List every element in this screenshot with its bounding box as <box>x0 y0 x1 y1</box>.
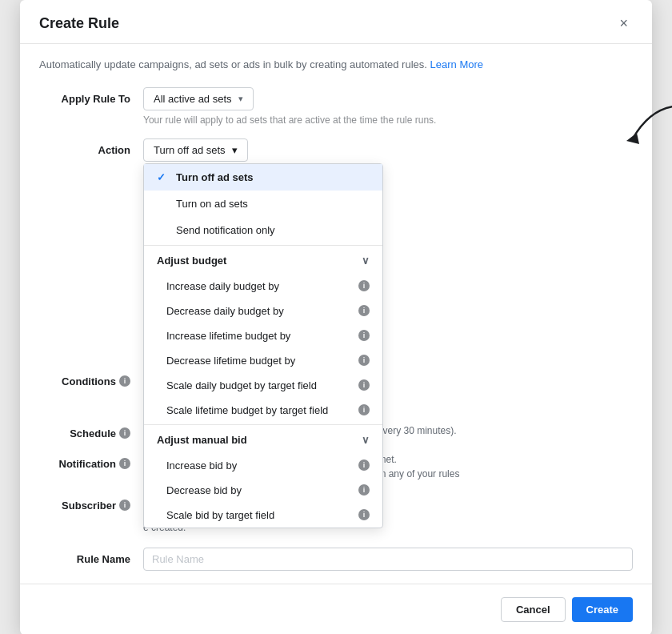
menu-item-turn-off[interactable]: ✓ Turn off ad sets <box>144 164 382 191</box>
action-row: Action Turn off ad sets ▾ ✓ Turn <box>39 138 633 162</box>
action-dropdown-menu: ✓ Turn off ad sets Turn on ad sets Send … <box>143 163 383 528</box>
info-icon-decrease-lifetime: i <box>358 355 370 366</box>
menu-item-send-notification[interactable]: Send notification only <box>144 217 382 243</box>
modal-title: Create Rule <box>39 15 119 32</box>
menu-item-increase-bid[interactable]: Increase bid by i <box>144 453 382 478</box>
close-button[interactable]: × <box>614 14 633 32</box>
cancel-button[interactable]: Cancel <box>501 597 566 622</box>
conditions-info-icon: i <box>119 375 130 387</box>
subscriber-label: Subscriber i <box>39 494 143 512</box>
menu-item-scale-bid[interactable]: Scale bid by target field i <box>144 503 382 528</box>
schedule-info-icon: i <box>119 427 130 439</box>
apply-rule-label: Apply Rule To <box>39 87 143 105</box>
menu-divider-2 <box>144 424 382 425</box>
subscriber-info-icon: i <box>119 500 130 511</box>
modal-body: Automatically update campaigns, ad sets … <box>20 44 652 571</box>
info-icon-decrease-daily: i <box>358 305 370 316</box>
intro-text: Automatically update campaigns, ad sets … <box>39 57 633 73</box>
modal-dialog: Create Rule × Automatically update campa… <box>20 0 652 634</box>
rule-name-label: Rule Name <box>39 548 143 565</box>
notification-label: Notification i <box>39 452 143 470</box>
rule-name-row: Rule Name <box>39 548 633 571</box>
adjust-budget-header[interactable]: Adjust budget ∨ <box>144 247 382 274</box>
info-icon-scale-bid: i <box>358 509 370 520</box>
action-dropdown[interactable]: Turn off ad sets ▾ <box>143 138 248 162</box>
modal-header: Create Rule × <box>20 0 652 44</box>
menu-item-scale-daily[interactable]: Scale daily budget by target field i <box>144 373 382 398</box>
rule-name-content <box>143 548 633 571</box>
action-label: Action <box>39 138 143 156</box>
menu-item-decrease-bid[interactable]: Decrease bid by i <box>144 478 382 503</box>
apply-rule-dropdown[interactable]: All active ad sets ▾ <box>143 87 254 110</box>
apply-rule-chevron-icon: ▾ <box>238 94 243 104</box>
apply-rule-content: All active ad sets ▾ Your rule will appl… <box>143 87 633 126</box>
schedule-label: Schedule i <box>39 422 143 439</box>
menu-item-decrease-lifetime[interactable]: Decrease lifetime budget by i <box>144 348 382 373</box>
info-icon-increase-bid: i <box>358 459 370 471</box>
menu-item-increase-lifetime[interactable]: Increase lifetime budget by i <box>144 323 382 348</box>
create-button[interactable]: Create <box>572 597 633 622</box>
adjust-bid-header[interactable]: Adjust manual bid ∨ <box>144 427 382 453</box>
info-icon-scale-lifetime: i <box>358 404 370 415</box>
info-icon-decrease-bid: i <box>358 484 370 496</box>
info-icon-increase-daily: i <box>358 280 370 291</box>
menu-item-increase-daily[interactable]: Increase daily budget by i <box>144 274 382 299</box>
info-icon-scale-daily: i <box>358 379 370 391</box>
learn-more-link[interactable]: Learn More <box>430 58 483 70</box>
modal-footer: Cancel Create <box>20 584 652 635</box>
notification-info-icon: i <box>119 458 130 469</box>
menu-item-turn-on[interactable]: Turn on ad sets <box>144 191 382 217</box>
rule-name-input[interactable] <box>143 548 633 571</box>
menu-divider-1 <box>144 245 382 246</box>
info-icon-increase-lifetime: i <box>358 330 370 341</box>
expand-budget-icon: ∨ <box>362 255 370 267</box>
apply-rule-hint: Your rule will apply to ad sets that are… <box>143 114 633 126</box>
check-icon: ✓ <box>157 171 170 183</box>
menu-item-scale-lifetime[interactable]: Scale lifetime budget by target field i <box>144 398 382 423</box>
action-content: Turn off ad sets ▾ ✓ Turn off ad sets <box>143 138 633 162</box>
apply-rule-row: Apply Rule To All active ad sets ▾ Your … <box>39 87 633 126</box>
menu-item-decrease-daily[interactable]: Decrease daily budget by i <box>144 299 382 323</box>
expand-bid-icon: ∨ <box>362 434 370 446</box>
svg-marker-0 <box>626 133 639 144</box>
action-chevron-icon: ▾ <box>232 144 238 156</box>
conditions-label: Conditions i <box>39 370 143 387</box>
